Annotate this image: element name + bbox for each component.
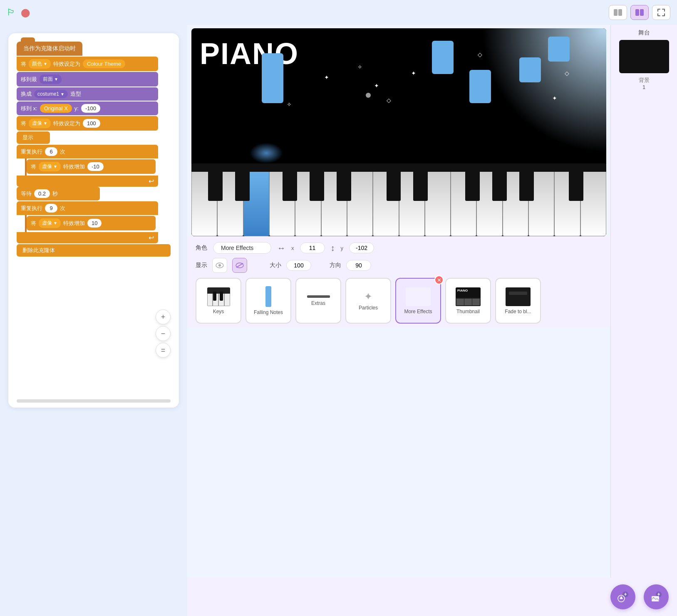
glow-dot [366,93,371,98]
sprite-card-fade[interactable]: Fade to bl... [495,278,541,324]
move-front-block[interactable]: 移到最 前面 ▼ [17,72,158,87]
stage-thumbnail[interactable] [619,40,669,73]
zoom-out-btn[interactable]: − [156,326,171,341]
costume-dropdown[interactable]: costume1 ▼ [34,90,68,98]
show-eye-btn[interactable] [212,258,227,273]
y-value[interactable]: -102 [349,242,374,253]
white-key[interactable] [295,172,321,236]
x-value[interactable]: 11 [300,242,325,253]
sparkle-8: ◇ [565,70,569,77]
piano-title: PIANO [200,37,299,71]
repeat-6-inner: 将 虚像 ▼ 特效增加 -10 [25,158,171,176]
white-key[interactable] [373,172,399,236]
svg-point-5 [218,264,221,267]
delete-more-effects-btn[interactable]: ✕ [434,275,444,284]
sprite-card-falling-notes[interactable]: Falling Notes [246,278,291,324]
white-key[interactable] [191,172,217,236]
repeat-9-inner: 将 虚像 ▼ 特效增加 10 [25,215,171,232]
bg-count: 1 [642,84,645,90]
add-backdrop-btn[interactable]: + [644,584,669,609]
move-xy-block[interactable]: 移到 x: Original X y: -100 [17,101,158,115]
white-key[interactable] [528,172,554,236]
set-color-effect-block[interactable]: 将 颜色 ▼ 特效设定为 Colour Theme [17,57,158,71]
white-key[interactable] [217,172,243,236]
direction-value[interactable]: 90 [346,260,371,271]
white-key[interactable] [399,172,425,236]
white-key[interactable] [503,172,528,236]
svg-rect-0 [614,9,617,16]
size-value[interactable]: 100 [286,260,311,271]
delete-clone-block[interactable]: 删除此克隆体 [17,244,171,257]
white-key[interactable] [321,172,347,236]
svg-point-15 [653,597,654,599]
white-key-active[interactable] [243,172,269,236]
more-effects-icon [406,287,431,306]
ghost2-dropdown[interactable]: 虚像 ▼ [39,162,61,171]
flag-icon[interactable]: 🏳 [7,7,16,18]
white-key[interactable] [451,172,476,236]
when-clone-block[interactable]: 当作为克隆体启动时 [17,42,82,56]
note-block-4 [519,57,541,82]
change-ghost-pos10-block[interactable]: 将 虚像 ▼ 特效增加 10 [27,216,156,230]
hide-eye-btn[interactable] [232,258,247,273]
y-label: y [341,245,344,251]
repeat-6-block: 重复执行 6 次 将 虚像 ▼ 特效增加 -10 ↩ [17,145,171,187]
layout-btn-2[interactable] [630,5,649,20]
sprite-name-display[interactable]: More Effects [213,242,271,254]
sprite-card-particles[interactable]: ✦ Particles [345,278,391,324]
sprite-card-extras[interactable]: Extras [295,278,341,324]
repeat-6-end: ↩ [17,176,158,187]
stage-main: PIANO ✦ ✧ ✦ ◇ ✦ ◇ ✦ ◇ ✧ [187,25,610,578]
ghost3-dropdown[interactable]: 虚像 ▼ [39,218,61,228]
y-arrows-icon: ↕ [331,243,335,253]
stage-area: PIANO ✦ ✧ ✦ ◇ ✦ ◇ ✦ ◇ ✧ [187,25,677,578]
particles-label: Particles [359,305,378,311]
stage-side-panel: 舞台 背景 1 [610,25,677,578]
fade-icon [506,287,531,306]
ghost-dropdown[interactable]: 虚像 ▼ [29,119,51,128]
thumbnail-icon: PIANO [456,287,481,306]
white-key[interactable] [269,172,295,236]
sparkle-9: ✧ [287,101,292,108]
zoom-in-btn[interactable]: + [156,309,171,324]
role-label: 角色 [196,244,207,252]
sparkle-1: ✦ [324,74,329,81]
fullscreen-btn[interactable] [652,5,670,20]
more-effects-label: More Effects [404,309,432,314]
scrollbar[interactable] [17,399,171,403]
layout-btn-1[interactable] [609,5,627,20]
white-key[interactable] [347,172,373,236]
svg-line-6 [236,263,243,267]
change-ghost-neg10-block[interactable]: 将 虚像 ▼ 特效增加 -10 [27,159,156,174]
sprites-grid: Keys Falling Notes Extras [196,278,602,324]
add-sprite-btn[interactable]: + [610,584,635,609]
right-panel: PIANO ✦ ✧ ✦ ◇ ✦ ◇ ✦ ◇ ✧ [187,25,677,616]
svg-rect-3 [640,9,644,16]
fade-label: Fade to bl... [505,309,531,314]
white-keys-row [191,172,606,236]
bg-label: 背景 [639,77,650,84]
show-block[interactable]: 显示 [17,131,50,144]
keys-icon [207,287,230,306]
set-ghost-block[interactable]: 将 虚像 ▼ 特效设定为 100 [17,116,158,131]
white-key[interactable] [580,172,606,236]
stop-icon[interactable]: ⬤ [21,7,30,17]
white-key[interactable] [425,172,451,236]
white-key[interactable] [554,172,580,236]
svg-point-11 [620,596,622,598]
note-block-5 [548,37,570,62]
color-dropdown[interactable]: 颜色 ▼ [29,59,51,69]
zoom-reset-btn[interactable]: = [156,343,171,358]
zoom-controls: + − = [156,309,171,358]
repeat-9-end: ↩ [17,232,158,243]
wait-block[interactable]: 等待 0.2 秒 [17,187,100,200]
sprite-card-keys[interactable]: Keys [196,278,241,324]
svg-rect-1 [618,9,622,16]
x-arrows-icon: ↔ [277,243,285,253]
white-key[interactable] [476,172,502,236]
front-dropdown[interactable]: 前面 ▼ [40,74,62,84]
sprite-card-thumbnail[interactable]: PIANO Thumbnail [445,278,491,324]
switch-costume-block[interactable]: 换成 costume1 ▼ 造型 [17,87,158,101]
sprite-card-more-effects[interactable]: ✕ More Effects [395,278,441,324]
add-buttons: + + [610,584,669,609]
